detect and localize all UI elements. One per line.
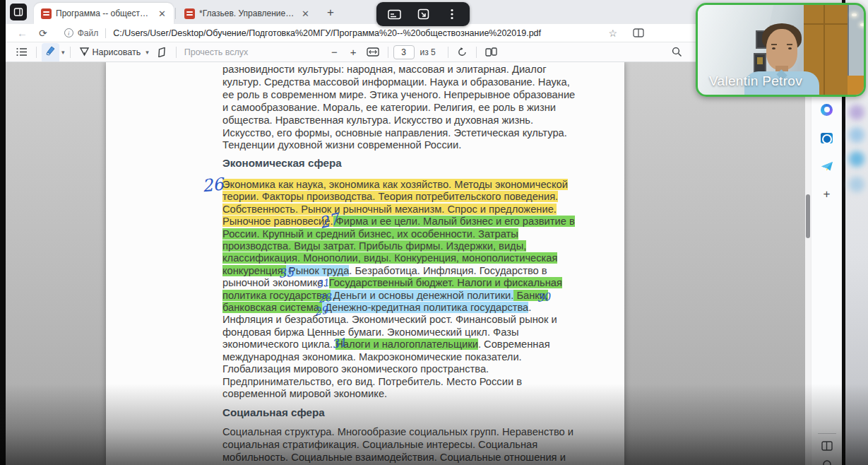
pdf-favicon (41, 8, 52, 19)
highlighter-icon (44, 45, 57, 57)
draw-button[interactable]: Нарисовать ▾ (76, 45, 153, 59)
split-screen-icon[interactable] (633, 28, 644, 37)
text-segment-blue: Рынок труда (286, 265, 350, 276)
share-controls-pill (376, 2, 470, 26)
pdf-favicon (184, 8, 195, 19)
tab-program[interactable]: Программа -- обществознание ✕ (34, 3, 174, 24)
settings-icon[interactable] (822, 459, 832, 465)
person-face (766, 29, 797, 70)
toolbar-separator (36, 47, 37, 58)
screen-bezel (0, 0, 6, 465)
eraser-button[interactable] (153, 45, 171, 59)
paragraph-social: Социальная структура. Многообразие социа… (222, 426, 583, 464)
url-text[interactable]: C:/Users/User/Desktop/Обучение/Подготовк… (113, 28, 541, 38)
outlook-icon[interactable] (818, 129, 836, 147)
tab-separator (175, 8, 176, 19)
paragraph-culture: разновидности культуры: народная, массов… (222, 64, 583, 152)
eraser-icon (156, 47, 167, 57)
zoom-out-button[interactable]: − (325, 46, 344, 58)
new-tab-button[interactable]: + (323, 6, 338, 20)
search-icon (672, 47, 682, 57)
tab-close-icon[interactable]: ✕ (156, 8, 168, 19)
text-segment-green: Налоги и налогоплательщики (335, 339, 478, 350)
captions-icon[interactable] (384, 5, 405, 23)
toolbar-separator (70, 47, 71, 58)
highlighter-button[interactable] (42, 43, 59, 61)
scheme-label: Файл (78, 28, 99, 38)
fit-width-button[interactable] (363, 45, 383, 59)
participant-name: Valentin Petrov (709, 73, 802, 89)
heading-social: Социальная сфера (222, 406, 325, 418)
blurred-app-icon (849, 177, 864, 192)
more-options-icon[interactable] (441, 5, 463, 23)
loop-icon[interactable] (818, 100, 836, 119)
reload-icon[interactable]: ⟳ (35, 28, 52, 38)
pdf-scrollbar[interactable] (805, 62, 811, 465)
address-field[interactable]: i Файл C:/Users/User/Desktop/Обучение/По… (64, 28, 541, 38)
window-icon (13, 7, 23, 17)
pdf-viewer: разновидности культуры: народная, массов… (6, 62, 811, 465)
heading-economic: Экономическая сфера (222, 157, 342, 169)
toolbar-separator (176, 47, 177, 58)
toolbar-separator (388, 47, 388, 58)
pen-icon (79, 47, 90, 57)
webcam-tile[interactable]: Valentin Petrov (696, 3, 866, 97)
page-count-label: из 5 (420, 47, 436, 57)
text-segment-blue: Деньги и основы денежной политики. (331, 290, 514, 301)
ceiling-light (852, 13, 857, 16)
workspaces-button[interactable] (10, 4, 27, 20)
economic-paragraph: Экономика как наука, экономика как хозяй… (222, 179, 583, 400)
zoom-in-button[interactable]: + (344, 46, 363, 58)
table-of-contents-button[interactable] (13, 45, 31, 59)
add-app-icon[interactable]: + (818, 185, 836, 204)
scrollbar-thumb[interactable] (806, 194, 810, 238)
toolbar-separator (476, 47, 477, 58)
search-button[interactable] (668, 45, 686, 59)
rotate-button[interactable] (453, 45, 471, 59)
sidebar-divider (818, 433, 836, 434)
tab-glazev[interactable]: *Глазьев. Управление экономи ✕ (177, 3, 317, 24)
address-divider (105, 28, 106, 38)
telegram-icon[interactable] (818, 157, 836, 175)
toolbar-separator (448, 47, 448, 58)
read-aloud-button[interactable]: Прочесть вслух (184, 47, 249, 57)
favorite-star-icon[interactable]: ☆ (608, 28, 617, 39)
blurred-app-icon (849, 127, 864, 143)
pdf-view-controls: − + из 5 (325, 45, 501, 59)
edge-sidebar: ♟ ♜ + (811, 62, 842, 465)
ceiling-light (860, 23, 865, 26)
blurred-app-icon (849, 151, 864, 167)
draw-label: Нарисовать (93, 47, 141, 57)
blurred-app-icon (849, 105, 864, 120)
page-number-input[interactable] (393, 45, 415, 59)
tab-title: Программа -- обществознание (56, 8, 152, 18)
info-icon[interactable]: i (64, 28, 73, 37)
tab-title: *Глазьев. Управление экономи (199, 8, 295, 18)
chevron-down-icon[interactable]: ▾ (61, 49, 65, 56)
text-segment-blue: Денежно-кредитная политика государства (322, 302, 528, 313)
picture-in-picture-icon[interactable] (412, 5, 434, 23)
chevron-down-icon: ▾ (145, 49, 149, 56)
page-layout-button[interactable] (482, 45, 501, 59)
screen: Программа -- обществознание ✕ *Глазьев. … (0, 0, 868, 465)
back-icon[interactable]: ← (13, 28, 32, 38)
tab-close-icon[interactable]: ✕ (299, 8, 311, 19)
sidebar-toggle-icon[interactable] (821, 441, 833, 454)
